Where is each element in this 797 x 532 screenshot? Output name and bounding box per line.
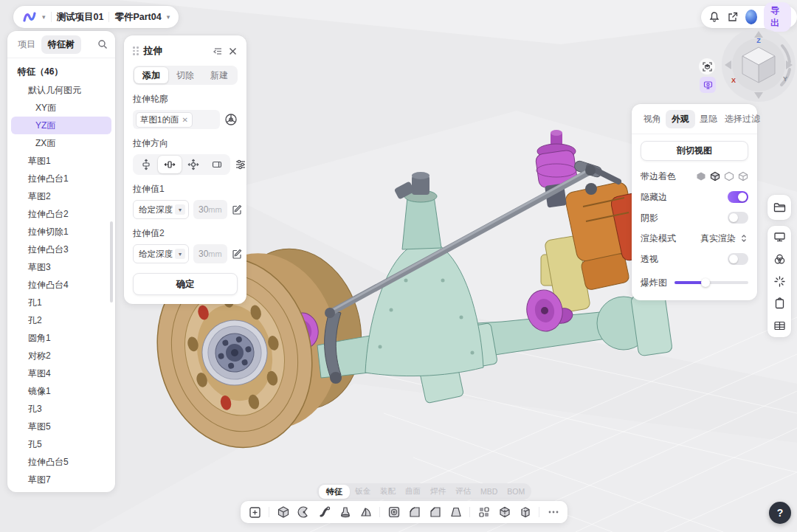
direction-both-icon[interactable] xyxy=(182,156,205,173)
search-icon[interactable] xyxy=(97,39,108,49)
tree-item-boss3[interactable]: 拉伸凸台3 xyxy=(7,241,115,258)
app-logo-icon[interactable] xyxy=(22,10,37,24)
pattern-icon[interactable] xyxy=(477,505,491,519)
depth-value-input-1[interactable]: 30mm xyxy=(193,200,227,219)
tab-weldments[interactable]: 焊件 xyxy=(426,486,450,497)
tree-item-sketch7[interactable]: 草图7 xyxy=(7,471,115,488)
logo-menu-chevron-icon[interactable]: ▾ xyxy=(42,13,46,21)
tab-features[interactable]: 特征 xyxy=(319,485,350,499)
collapse-panel-icon[interactable] xyxy=(213,46,224,57)
direction-settings-icon[interactable] xyxy=(235,159,246,170)
depth-value-input-2[interactable]: 30mm xyxy=(193,244,227,263)
display-monitor-icon[interactable] xyxy=(773,231,786,243)
part-chevron-icon[interactable]: ▾ xyxy=(167,13,170,21)
tree-item-cut1[interactable]: 拉伸切除1 xyxy=(7,223,115,241)
tree-item-boss5[interactable]: 拉伸凸台5 xyxy=(7,453,115,471)
direction-blind-icon[interactable] xyxy=(134,156,158,173)
loft-icon[interactable] xyxy=(338,505,352,519)
user-avatar[interactable] xyxy=(745,10,757,24)
tree-item-boss2[interactable]: 拉伸凸台2 xyxy=(7,205,115,223)
depth-type-select-2[interactable]: 给定深度▾ xyxy=(133,244,189,263)
display-mode-hidden-lines-icon[interactable] xyxy=(724,171,734,182)
drag-handle-icon[interactable] xyxy=(133,46,139,55)
display-mode-wireframe-icon[interactable] xyxy=(738,171,748,182)
hidden-edge-toggle[interactable] xyxy=(728,191,748,203)
tree-item-fillet1[interactable]: 圆角1 xyxy=(7,329,115,347)
tab-evaluate[interactable]: 评估 xyxy=(451,486,475,497)
tree-item-symmetry2[interactable]: 对称2 xyxy=(7,347,115,365)
display-mode-shaded-edges-icon[interactable] xyxy=(710,171,720,182)
project-name[interactable]: 测试项目01 xyxy=(57,11,104,24)
fillet-icon[interactable] xyxy=(407,505,421,519)
tab-cut[interactable]: 切除 xyxy=(168,67,202,83)
direction-symmetric-icon[interactable] xyxy=(158,156,182,173)
tree-item-yz-plane[interactable]: YZ面 xyxy=(11,117,111,134)
tab-assembly[interactable]: 装配 xyxy=(376,486,400,497)
direction-to-surface-icon[interactable] xyxy=(205,156,229,173)
confirm-button[interactable]: 确定 xyxy=(133,273,238,295)
hole-icon[interactable] xyxy=(387,505,401,519)
share-icon[interactable] xyxy=(727,11,739,23)
explode-slider[interactable] xyxy=(674,281,748,284)
depth-type-select-1[interactable]: 给定深度▾ xyxy=(133,200,189,219)
render-mode-select[interactable]: 真实渲染 xyxy=(700,232,748,245)
ai-sparkle-icon[interactable] xyxy=(773,275,786,288)
tab-add[interactable]: 添加 xyxy=(134,67,168,83)
tab-sheet-metal[interactable]: 钣金 xyxy=(351,486,375,497)
boundary-icon[interactable] xyxy=(359,505,373,519)
section-view-button[interactable]: 剖切视图 xyxy=(641,141,748,161)
mirror-icon[interactable] xyxy=(497,505,511,519)
tree-item-hole5[interactable]: 孔5 xyxy=(7,435,115,453)
tree-item-sketch5[interactable]: 草图5 xyxy=(7,418,115,435)
new-sketch-icon[interactable] xyxy=(248,505,262,519)
tree-item-default-geometry[interactable]: 默认几何图元 xyxy=(7,81,115,99)
clipboard-icon[interactable] xyxy=(773,297,786,310)
display-mode-shaded-icon[interactable] xyxy=(696,171,706,182)
table-icon[interactable] xyxy=(773,319,786,332)
view-cube[interactable]: Z X Y xyxy=(720,27,797,103)
perspective-toggle[interactable] xyxy=(728,253,748,265)
notification-bell-icon[interactable] xyxy=(708,11,720,23)
help-button[interactable]: ? xyxy=(769,502,791,524)
sweep-icon[interactable] xyxy=(317,505,331,519)
tree-item-hole1[interactable]: 孔1 xyxy=(7,294,115,311)
tab-new[interactable]: 新建 xyxy=(202,67,236,83)
tab-feature-tree[interactable]: 特征树 xyxy=(41,35,81,54)
shadow-toggle[interactable] xyxy=(728,212,748,224)
extrude-boss-icon[interactable] xyxy=(276,505,290,519)
profile-input[interactable]: 草图1的面✕ xyxy=(133,110,220,129)
draft-icon[interactable] xyxy=(449,505,463,519)
close-icon[interactable] xyxy=(228,46,238,56)
tree-item-boss4[interactable]: 拉伸凸台4 xyxy=(7,276,115,294)
zoom-fit-button[interactable] xyxy=(699,58,715,75)
folder-icon[interactable] xyxy=(773,201,786,214)
tab-bom[interactable]: BOM xyxy=(503,487,529,496)
tree-item-hole3[interactable]: 孔3 xyxy=(7,400,115,418)
tab-mbd[interactable]: MBD xyxy=(476,487,502,496)
tree-item-sketch1[interactable]: 草图1 xyxy=(7,152,115,170)
more-tools-icon[interactable] xyxy=(546,505,560,519)
material-color-icon[interactable] xyxy=(773,253,786,266)
tab-appearance[interactable]: 外观 xyxy=(666,110,695,128)
revolve-icon[interactable] xyxy=(297,505,311,519)
tree-item-mirror1[interactable]: 镜像1 xyxy=(7,382,115,400)
tree-item-xy-plane[interactable]: XY面 xyxy=(7,99,115,117)
shell-icon[interactable] xyxy=(518,505,532,519)
part-name[interactable]: 零件Part04 xyxy=(114,11,161,24)
tab-surface[interactable]: 曲面 xyxy=(401,486,425,497)
pick-in-view-icon[interactable] xyxy=(224,113,238,126)
tree-item-zx-plane[interactable]: ZX面 xyxy=(7,134,115,152)
sidebar-scrollbar[interactable] xyxy=(110,221,113,303)
tab-view-angle[interactable]: 视角 xyxy=(641,110,664,128)
tab-visibility[interactable]: 显隐 xyxy=(697,110,720,128)
edit-value-icon[interactable] xyxy=(232,204,243,215)
remove-tag-icon[interactable]: ✕ xyxy=(182,116,187,124)
tree-item-sketch2[interactable]: 草图2 xyxy=(7,187,115,205)
tab-selection-filter[interactable]: 选择过滤 xyxy=(722,110,763,128)
tree-item-hole2[interactable]: 孔2 xyxy=(7,311,115,329)
tree-item-sketch4[interactable]: 草图4 xyxy=(7,365,115,382)
slider-thumb[interactable] xyxy=(701,278,710,287)
edit-value-icon[interactable] xyxy=(232,249,243,260)
profile-tag[interactable]: 草图1的面✕ xyxy=(136,112,193,128)
chamfer-icon[interactable] xyxy=(428,505,442,519)
